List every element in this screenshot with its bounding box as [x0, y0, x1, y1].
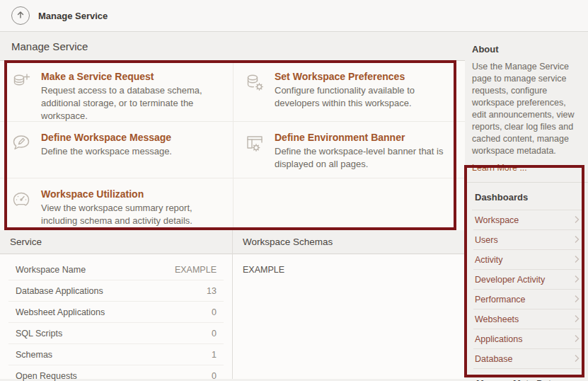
table-row: Open Requests 0 [8, 365, 224, 381]
link-description: Define the workspace-level banner that i… [275, 145, 456, 171]
link-description: Define the workspace message. [41, 145, 224, 158]
row-value: 1 [212, 350, 217, 360]
dashboards-title: Dashboards [472, 183, 582, 210]
dashboard-item-applications[interactable]: Applications [473, 329, 581, 349]
manage-meta-data-title: Manage Meta Data [472, 369, 582, 381]
row-value: EXAMPLE [175, 265, 217, 275]
dashboards-list: Workspace Users Activity Developer Activ… [473, 210, 581, 369]
dashboard-item-workspace[interactable]: Workspace [473, 210, 581, 230]
window-gear-icon [243, 132, 267, 178]
manage-service-page: Manage Service Manage Service [0, 0, 588, 381]
sidebar: About Use the Manage Service page to man… [465, 32, 588, 381]
service-region-title: Service [0, 230, 232, 254]
service-region: Service Workspace Name EXAMPLE Database … [0, 230, 233, 379]
breadcrumb-bar: Manage Service [0, 0, 588, 32]
link-workspace-utilization[interactable]: Workspace Utilization View the workspace… [0, 178, 234, 230]
chevron-right-icon [574, 353, 580, 365]
service-table: Workspace Name EXAMPLE Database Applicat… [8, 254, 224, 381]
dashboard-item-label: Workspace [475, 215, 574, 225]
dashboard-item-developer-activity[interactable]: Developer Activity [473, 270, 581, 290]
table-row: Websheet Applications 0 [8, 302, 224, 323]
row-label: Websheet Applications [16, 307, 212, 317]
schema-name: EXAMPLE [233, 254, 465, 275]
workspace-schemas-region: Workspace Schemas EXAMPLE [233, 230, 465, 379]
breadcrumb-title: Manage Service [38, 11, 108, 21]
dashboard-item-label: Users [475, 235, 574, 245]
link-title: Make a Service Request [41, 70, 224, 83]
chevron-right-icon [574, 293, 580, 306]
link-set-workspace-preferences[interactable]: Set Workspace Preferences Configure func… [234, 61, 465, 122]
link-make-a-service-request[interactable]: Make a Service Request Request access to… [0, 61, 234, 122]
table-row: Workspace Name EXAMPLE [8, 259, 224, 280]
dashboard-item-database[interactable]: Database [473, 349, 581, 369]
chevron-right-icon [574, 234, 580, 246]
dashboard-item-label: Performance [475, 295, 574, 305]
about-text: Use the Manage Service page to manage se… [472, 61, 582, 157]
manage-service-links: Make a Service Request Request access to… [0, 61, 465, 230]
table-row: Database Applications 13 [8, 280, 224, 302]
chevron-right-icon [574, 313, 580, 326]
link-title: Workspace Utilization [41, 188, 224, 200]
chevron-right-icon [574, 333, 580, 346]
link-title: Set Workspace Preferences [275, 70, 456, 83]
link-description: View the workspace summary report, inclu… [41, 202, 224, 227]
link-define-workspace-message[interactable]: Define Workspace Message Define the work… [0, 122, 234, 178]
database-gear-icon [243, 72, 267, 121]
page-title: Manage Service [0, 32, 465, 61]
empty-grid-cell [234, 178, 465, 230]
dashboard-item-activity[interactable]: Activity [473, 250, 581, 270]
row-label: Database Applications [16, 286, 207, 296]
row-label: Open Requests [16, 371, 212, 381]
link-define-environment-banner[interactable]: Define Environment Banner Define the wor… [234, 122, 465, 178]
dashboard-item-users[interactable]: Users [473, 230, 581, 250]
table-row: Schemas 1 [8, 344, 224, 365]
comment-pencil-icon [10, 132, 34, 178]
dashboard-item-label: Developer Activity [475, 275, 574, 285]
row-label: Schemas [16, 350, 212, 360]
about-title: About [472, 32, 582, 55]
chevron-right-icon [574, 254, 580, 266]
row-value: 13 [207, 286, 217, 296]
row-value: 0 [212, 329, 217, 339]
dashboard-item-label: Database [475, 354, 574, 364]
navigate-up-button[interactable] [11, 6, 30, 25]
gauge-icon [10, 189, 34, 230]
main-column: Manage Service Make a Service Request [0, 32, 465, 381]
row-value: 0 [212, 371, 217, 381]
dashboard-item-label: Websheets [475, 314, 574, 324]
learn-more-link[interactable]: Learn More ... [472, 163, 527, 173]
link-description: Configure functionality available to dev… [275, 84, 456, 110]
chevron-right-icon [574, 214, 580, 227]
dashboard-item-websheets[interactable]: Websheets [473, 309, 581, 329]
link-title: Define Environment Banner [275, 131, 456, 144]
table-row: SQL Scripts 0 [8, 323, 224, 344]
row-value: 0 [212, 307, 217, 317]
chevron-right-icon [574, 273, 580, 286]
dashboard-item-label: Applications [475, 334, 574, 344]
link-title: Define Workspace Message [41, 131, 224, 144]
database-add-icon [10, 72, 34, 121]
arrow-up-icon [16, 10, 25, 22]
row-label: Workspace Name [16, 265, 175, 275]
row-label: SQL Scripts [16, 329, 212, 339]
workspace-schemas-region-title: Workspace Schemas [233, 230, 465, 254]
dashboard-item-label: Activity [475, 255, 574, 265]
dashboard-item-performance[interactable]: Performance [473, 290, 581, 309]
link-description: Request access to a database schema, add… [41, 84, 224, 123]
